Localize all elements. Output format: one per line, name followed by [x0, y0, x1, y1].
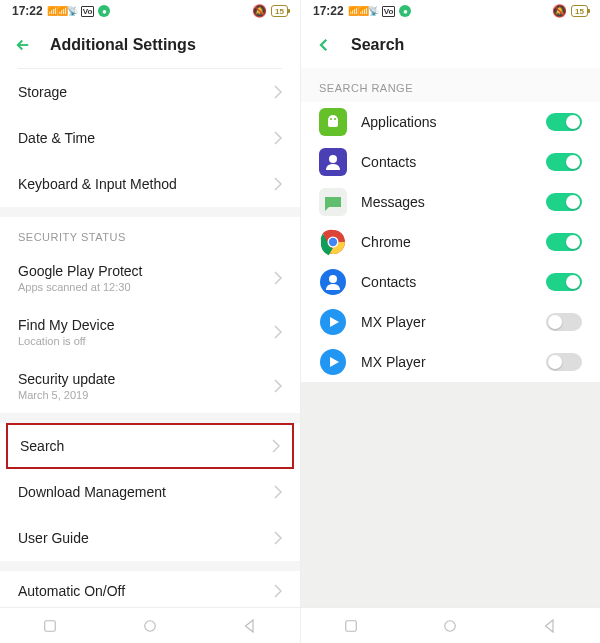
- search-item-applications[interactable]: Applications: [301, 102, 600, 142]
- row-label: User Guide: [18, 530, 274, 546]
- search-item-mx-player[interactable]: MX Player: [301, 342, 600, 382]
- mx-icon: [319, 308, 347, 336]
- header: Search: [301, 22, 600, 68]
- divider: [0, 413, 300, 423]
- mute-icon: 🔕: [552, 4, 567, 18]
- search-item-mx-player[interactable]: MX Player: [301, 302, 600, 342]
- row-label: Date & Time: [18, 130, 274, 146]
- row-storage[interactable]: Storage: [0, 69, 300, 115]
- search-item-contacts[interactable]: Contacts: [301, 142, 600, 182]
- battery-icon: 15: [271, 5, 288, 17]
- chevron-right-icon: [274, 177, 282, 191]
- svg-rect-18: [346, 620, 357, 631]
- toggle-switch[interactable]: [546, 193, 582, 211]
- row-label: Find My Device: [18, 317, 274, 333]
- chevron-right-icon: [274, 584, 282, 598]
- notification-dot-icon: ●: [98, 5, 110, 17]
- contacts-purple-icon: [319, 148, 347, 176]
- status-time: 17:22: [313, 4, 344, 18]
- row-automatic-onoff[interactable]: Automatic On/Off: [0, 571, 300, 599]
- row-label: Keyboard & Input Method: [18, 176, 274, 192]
- messages-icon: [319, 188, 347, 216]
- mute-icon: 🔕: [252, 4, 267, 18]
- row-label: Storage: [18, 84, 274, 100]
- vo-lte-icon: Vo: [382, 6, 396, 17]
- chevron-right-icon: [274, 325, 282, 339]
- row-date-time[interactable]: Date & Time: [0, 115, 300, 161]
- row-label: Download Management: [18, 484, 274, 500]
- svg-point-13: [329, 238, 337, 246]
- chevron-right-icon: [274, 485, 282, 499]
- screen-search: 17:22 📶📶📡 Vo ● 🔕 15 Search SEARCH RANGE …: [300, 0, 600, 643]
- svg-point-1: [145, 620, 156, 631]
- row-download-management[interactable]: Download Management: [0, 469, 300, 515]
- svg-rect-0: [45, 620, 56, 631]
- signal-icons: 📶📶📡: [47, 6, 77, 16]
- search-item-label: Applications: [361, 114, 546, 130]
- vo-lte-icon: Vo: [81, 6, 95, 17]
- back-button[interactable]: [541, 617, 559, 635]
- row-sub: Location is off: [18, 335, 274, 347]
- home-button[interactable]: [441, 617, 459, 635]
- screen-additional-settings: 17:22 📶📶📡 Vo ● 🔕 15 Additional Settings …: [0, 0, 300, 643]
- signal-icons: 📶📶📡: [348, 6, 378, 16]
- row-label: Automatic On/Off: [18, 583, 125, 599]
- row-find-my-device[interactable]: Find My Device Location is off: [0, 305, 300, 359]
- row-play-protect[interactable]: Google Play Protect Apps scanned at 12:3…: [0, 251, 300, 305]
- svg-point-15: [329, 275, 337, 283]
- search-item-label: Contacts: [361, 154, 546, 170]
- status-time: 17:22: [12, 4, 43, 18]
- notification-dot-icon: ●: [399, 5, 411, 17]
- back-button[interactable]: [241, 617, 259, 635]
- row-keyboard[interactable]: Keyboard & Input Method: [0, 161, 300, 207]
- svg-rect-4: [328, 120, 338, 127]
- row-sub: Apps scanned at 12:30: [18, 281, 274, 293]
- search-range-header: SEARCH RANGE: [301, 68, 600, 102]
- recents-button[interactable]: [41, 617, 59, 635]
- svg-point-6: [334, 118, 336, 120]
- search-item-chrome[interactable]: Chrome: [301, 222, 600, 262]
- toggle-switch[interactable]: [546, 313, 582, 331]
- row-label: Search: [20, 438, 272, 454]
- mx-icon: [319, 348, 347, 376]
- svg-point-19: [445, 620, 456, 631]
- chevron-right-icon: [274, 131, 282, 145]
- chevron-right-icon: [274, 271, 282, 285]
- recents-button[interactable]: [342, 617, 360, 635]
- android-icon: [319, 108, 347, 136]
- search-item-label: Messages: [361, 194, 546, 210]
- search-range-list: ApplicationsContactsMessagesChromeContac…: [301, 102, 600, 382]
- divider: [0, 561, 300, 571]
- search-item-messages[interactable]: Messages: [301, 182, 600, 222]
- toggle-switch[interactable]: [546, 153, 582, 171]
- search-item-label: Contacts: [361, 274, 546, 290]
- chevron-right-icon: [274, 85, 282, 99]
- row-search[interactable]: Search: [6, 423, 294, 469]
- header: Additional Settings: [0, 22, 300, 68]
- chevron-right-icon: [274, 379, 282, 393]
- security-status-header: SECURITY STATUS: [0, 217, 300, 251]
- row-label: Security update: [18, 371, 274, 387]
- toggle-switch[interactable]: [546, 353, 582, 371]
- navigation-bar: [301, 607, 600, 643]
- row-user-guide[interactable]: User Guide: [0, 515, 300, 561]
- toggle-switch[interactable]: [546, 273, 582, 291]
- empty-area: [301, 382, 600, 607]
- home-button[interactable]: [141, 617, 159, 635]
- battery-icon: 15: [571, 5, 588, 17]
- divider: [0, 207, 300, 217]
- row-sub: March 5, 2019: [18, 389, 274, 401]
- status-bar: 17:22 📶📶📡 Vo ● 🔕 15: [0, 0, 300, 22]
- page-title: Additional Settings: [50, 36, 196, 54]
- search-item-contacts[interactable]: Contacts: [301, 262, 600, 302]
- back-arrow-icon[interactable]: [14, 36, 32, 54]
- back-chevron-icon[interactable]: [315, 36, 333, 54]
- settings-list: Storage Date & Time Keyboard & Input Met…: [0, 68, 300, 607]
- toggle-switch[interactable]: [546, 113, 582, 131]
- svg-point-5: [330, 118, 332, 120]
- row-security-update[interactable]: Security update March 5, 2019: [0, 359, 300, 413]
- toggle-switch[interactable]: [546, 233, 582, 251]
- contacts-blue-icon: [319, 268, 347, 296]
- row-label: Google Play Protect: [18, 263, 274, 279]
- chrome-icon: [319, 228, 347, 256]
